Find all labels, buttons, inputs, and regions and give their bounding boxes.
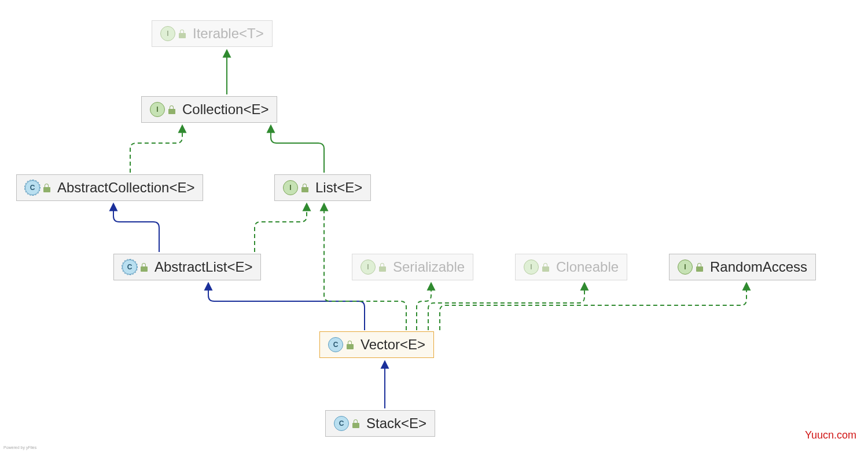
edge-vector-clone [428,286,584,330]
edge-list-collection [271,129,324,173]
edge-vector-abslist [208,286,365,330]
interface-icon: I [361,260,376,275]
lock-icon [168,105,175,114]
node-label: AbstractList<E> [155,259,252,275]
node-label: Collection<E> [182,101,269,118]
lock-icon [301,184,308,192]
interface-icon: I [160,26,175,41]
edge-vector-random [440,286,746,330]
interface-icon: I [150,102,165,117]
lock-icon [379,263,386,272]
node-abstractcollection[interactable]: C AbstractCollection<E> [16,174,203,201]
node-abstractlist[interactable]: C AbstractList<E> [113,254,261,280]
interface-icon: I [524,260,539,275]
node-cloneable[interactable]: I Cloneable [515,254,627,280]
node-vector[interactable]: C Vector<E> [319,331,434,358]
node-stack[interactable]: C Stack<E> [325,410,435,437]
node-list[interactable]: I List<E> [274,174,371,201]
class-icon: C [334,416,349,431]
node-label: Serializable [393,259,465,275]
interface-icon: I [283,180,298,195]
abstract-class-icon: C [25,180,40,195]
node-label: Stack<E> [366,415,426,432]
lock-icon [347,341,354,349]
edge-abslist-abscol [113,207,159,252]
lock-icon [141,263,148,272]
node-serializable[interactable]: I Serializable [352,254,473,280]
edge-abslist-list [255,207,307,252]
node-label: List<E> [315,180,362,196]
edge-abscol-collection [130,129,182,173]
lock-icon [542,263,549,272]
edge-vector-serial [417,286,431,330]
lock-icon [179,30,186,38]
node-label: Cloneable [556,259,619,275]
connector-layer [0,0,868,453]
watermark: Yuucn.com [805,429,856,441]
node-collection[interactable]: I Collection<E> [141,96,277,123]
node-label: RandomAccess [710,259,807,275]
lock-icon [43,184,50,192]
node-label: Vector<E> [361,337,425,353]
lock-icon [696,263,703,272]
powered-by: Powered by yFiles [3,445,36,450]
node-randomaccess[interactable]: I RandomAccess [669,254,816,280]
interface-icon: I [678,260,693,275]
lock-icon [352,419,359,428]
abstract-class-icon: C [122,260,137,275]
class-icon: C [328,337,343,352]
node-iterable[interactable]: I Iterable<T> [152,20,273,47]
node-label: Iterable<T> [193,25,264,42]
node-label: AbstractCollection<E> [57,180,194,196]
